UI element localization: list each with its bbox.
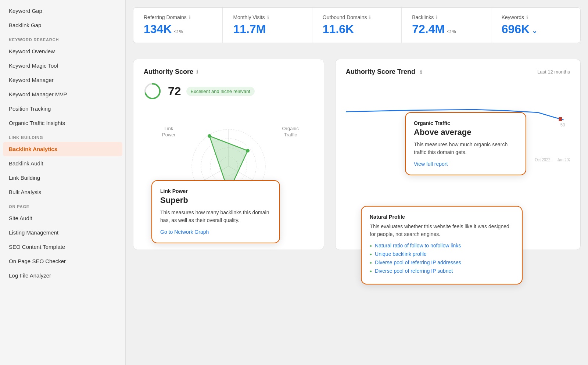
go-to-network-graph-link[interactable]: Go to Network Graph <box>160 229 209 235</box>
monthly-visits-info-icon[interactable]: ℹ <box>267 15 269 20</box>
stat-referring-domains: Referring Domains ℹ 134K <1% <box>133 8 223 43</box>
svg-point-11 <box>246 149 250 153</box>
svg-point-10 <box>208 134 211 138</box>
sidebar: Keyword Gap Backlink Gap KEYWORD RESEARC… <box>0 0 126 365</box>
organic-traffic-rating: Above average <box>414 128 517 137</box>
natural-profile-desc: This evaluates whether this website feel… <box>370 223 514 238</box>
main-content: Referring Domains ℹ 134K <1% Monthly Vis… <box>126 0 588 365</box>
sidebar-item-keyword-magic-tool[interactable]: Keyword Magic Tool <box>0 58 125 73</box>
view-full-report-link[interactable]: View full report <box>414 161 448 167</box>
authority-score-title: Authority Score ℹ <box>144 68 313 76</box>
natural-list-item-2[interactable]: Unique backlink profile <box>370 251 514 257</box>
sidebar-item-bulk-analysis[interactable]: Bulk Analysis <box>0 185 125 199</box>
sidebar-item-link-building[interactable]: Link Building <box>0 171 125 185</box>
authority-score-row: 72 Excellent and niche relevant <box>144 82 313 100</box>
sidebar-section-link-building: LINK BUILDING <box>0 130 125 142</box>
trend-info-icon[interactable]: ℹ <box>420 69 422 75</box>
backlinks-info-icon[interactable]: ℹ <box>436 15 438 20</box>
radar-label-organic-traffic: OrganicTraffic <box>282 126 299 138</box>
sidebar-item-keyword-gap[interactable]: Keyword Gap <box>0 4 125 18</box>
stat-backlinks: Backlinks ℹ 72.4M <1% <box>402 8 491 43</box>
sidebar-item-seo-content-template[interactable]: SEO Content Template <box>0 240 125 254</box>
sidebar-item-keyword-overview[interactable]: Keyword Overview <box>0 44 125 58</box>
authority-score-info-icon[interactable]: ℹ <box>196 69 198 75</box>
backlinks-value: 72.4M <box>412 22 445 36</box>
stat-outbound-domains: Outbound Domains ℹ 11.6K <box>312 8 402 43</box>
stat-keywords: Keywords ℹ 696K ⌄ <box>491 8 580 43</box>
sidebar-item-organic-traffic-insights[interactable]: Organic Traffic Insights <box>0 116 125 130</box>
sidebar-item-keyword-manager[interactable]: Keyword Manager <box>0 73 125 87</box>
natural-list-item-3[interactable]: Diverse pool of referring IP addresses <box>370 260 514 265</box>
trend-title: Authority Score Trend ℹ Last 12 months <box>346 68 570 76</box>
backlinks-badge: <1% <box>447 29 456 34</box>
natural-list-item-4[interactable]: Diverse pool of referring IP subnet <box>370 268 514 274</box>
stats-row: Referring Domains ℹ 134K <1% Monthly Vis… <box>133 7 581 43</box>
tooltip-natural-profile: Natural Profile This evaluates whether t… <box>361 206 523 285</box>
sidebar-section-on-page: ON PAGE <box>0 199 125 211</box>
sidebar-item-log-file-analyzer[interactable]: Log File Analyzer <box>0 268 125 283</box>
organic-traffic-title: Organic Traffic <box>414 120 517 126</box>
authority-score-number: 72 <box>168 85 181 98</box>
keywords-chevron[interactable]: ⌄ <box>532 27 537 35</box>
svg-text:50: 50 <box>560 122 565 128</box>
keywords-info-icon[interactable]: ℹ <box>526 15 528 20</box>
link-power-desc: This measures how many backlinks this do… <box>160 209 271 224</box>
sidebar-item-position-tracking[interactable]: Position Tracking <box>0 101 125 116</box>
sidebar-item-keyword-manager-mvp[interactable]: Keyword Manager MVP <box>0 87 125 101</box>
trend-period: Last 12 months <box>537 69 570 75</box>
sidebar-item-backlink-gap[interactable]: Backlink Gap <box>0 18 125 32</box>
tooltip-organic-traffic: Organic Traffic Above average This measu… <box>405 112 526 175</box>
referring-domains-value: 134K <box>144 22 172 36</box>
outbound-domains-value: 11.6K <box>323 22 354 36</box>
keywords-value: 696K <box>502 22 530 36</box>
referring-domains-badge: <1% <box>174 29 183 34</box>
referring-domains-info-icon[interactable]: ℹ <box>189 15 191 20</box>
link-power-rating: Superb <box>160 196 271 205</box>
sidebar-item-on-page-seo-checker[interactable]: On Page SEO Checker <box>0 254 125 268</box>
svg-text:Jan 2023: Jan 2023 <box>557 157 570 162</box>
link-power-title: Link Power <box>160 188 271 194</box>
organic-traffic-desc: This measures how much organic search tr… <box>414 141 517 156</box>
natural-profile-title: Natural Profile <box>370 214 514 220</box>
svg-text:Oct 2022: Oct 2022 <box>535 157 550 162</box>
natural-profile-list: Natural ratio of follow to nofollow link… <box>370 243 514 274</box>
authority-score-circle <box>144 82 161 100</box>
outbound-domains-info-icon[interactable]: ℹ <box>369 15 371 20</box>
monthly-visits-value: 11.7M <box>233 22 266 36</box>
authority-score-badge: Excellent and niche relevant <box>186 87 255 96</box>
sidebar-item-backlink-analytics[interactable]: Backlink Analytics <box>3 142 122 156</box>
sidebar-item-listing-management[interactable]: Listing Management <box>0 225 125 240</box>
radar-label-link-power: LinkPower <box>162 126 176 138</box>
stat-monthly-visits: Monthly Visits ℹ 11.7M <box>223 8 312 43</box>
sidebar-section-keyword-research: KEYWORD RESEARCH <box>0 32 125 44</box>
sidebar-item-backlink-audit[interactable]: Backlink Audit <box>0 156 125 171</box>
svg-rect-14 <box>559 117 562 121</box>
sidebar-item-site-audit[interactable]: Site Audit <box>0 211 125 225</box>
natural-list-item-1[interactable]: Natural ratio of follow to nofollow link… <box>370 243 514 248</box>
tooltip-link-power: Link Power Superb This measures how many… <box>151 180 280 243</box>
